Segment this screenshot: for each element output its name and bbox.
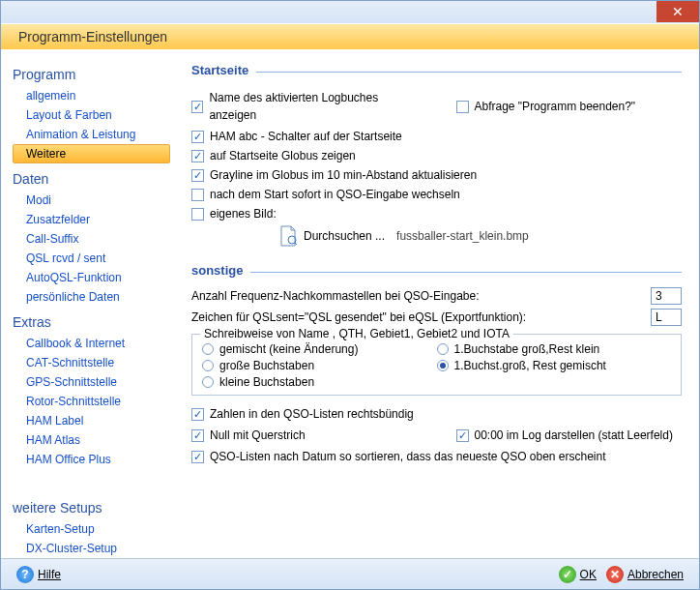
qslsent-char-label: Zeichen für QSLsent="QSL gesendet" bei e… — [191, 310, 651, 324]
radio-grosse-buchstaben-label: große Buchstaben — [219, 359, 314, 372]
section-title-sonstige-label: sonstige — [191, 263, 243, 278]
sidebar-item-rotor-schnittstelle[interactable]: Rotor-Schnittstelle — [13, 392, 170, 411]
close-button[interactable]: ✕ — [656, 1, 699, 22]
checkbox-datum-sort-label: QSO-Listen nach Datum so sortieren, dass… — [210, 448, 606, 465]
sidebar-item-ham-label[interactable]: HAM Label — [13, 411, 170, 430]
sidebar-item-callbook-internet[interactable]: Callbook & Internet — [13, 334, 170, 353]
checkbox-programm-beenden-label: Abfrage "Programm beenden?" — [475, 98, 636, 115]
sidebar-item-weitere[interactable]: Weitere — [13, 144, 170, 163]
sidebar-heading-weitere-setups: weitere Setups — [13, 500, 170, 516]
header-bar: Programm-Einstellungen — [1, 23, 699, 49]
section-title-startseite-label: Startseite — [191, 63, 248, 77]
file-name: fussballer-start_klein.bmp — [396, 229, 529, 243]
close-icon: ✕ — [672, 4, 684, 19]
freq-decimals-label: Anzahl Frequenz-Nachkommastellen bei QSO… — [191, 289, 651, 303]
sidebar-heading-programm: Programm — [13, 67, 170, 82]
browse-button[interactable]: Durchsuchen ... — [304, 229, 385, 243]
sidebar-item-persoenliche-daten[interactable]: persönliche Daten — [13, 287, 170, 307]
checkbox-0000-log[interactable] — [456, 429, 469, 442]
groupbox-schreibweise-title: Schreibweise von Name , QTH, Gebiet1, Ge… — [200, 327, 513, 340]
sidebar-item-call-suffix[interactable]: Call-Suffix — [13, 229, 170, 249]
sidebar-item-autoqsl[interactable]: AutoQSL-Funktion — [13, 268, 170, 287]
titlebar: ✕ — [1, 1, 699, 23]
radio-1buchstabe-rest-klein[interactable]: 1.Buchstabe groß,Rest klein — [437, 342, 672, 356]
sidebar-item-layout-farben[interactable]: Layout & Farben — [13, 105, 170, 125]
help-label: Hilfe — [38, 568, 61, 581]
section-title-startseite: Startseite — [191, 63, 682, 77]
radio-kleine-buchstaben[interactable]: kleine Buchstaben — [202, 375, 437, 389]
checkbox-datum-sort[interactable] — [191, 451, 204, 463]
radio-grosse-buchstaben[interactable]: große Buchstaben — [202, 359, 437, 372]
footer: ? Hilfe ✓ OK ✕ Abbrechen — [1, 558, 699, 589]
file-page-icon — [278, 224, 298, 248]
help-icon: ? — [16, 566, 34, 583]
qslsent-char-input[interactable] — [651, 309, 682, 326]
ok-icon: ✓ — [559, 566, 576, 583]
checkbox-logbuch-name-label: Name des aktivierten Logbuches anzeigen — [209, 89, 417, 124]
checkbox-rechtsbuendig[interactable] — [191, 408, 204, 421]
sidebar-item-karten-setup[interactable]: Karten-Setup — [13, 519, 170, 539]
checkbox-qso-eingabe[interactable] — [191, 189, 204, 201]
sidebar-item-modi[interactable]: Modi — [13, 191, 170, 210]
help-button[interactable]: ? Hilfe — [16, 566, 61, 583]
sidebar-item-cat-schnittstelle[interactable]: CAT-Schnittstelle — [13, 353, 170, 372]
cancel-button[interactable]: ✕ Abbrechen — [606, 566, 684, 583]
body: Programm allgemein Layout & Farben Anima… — [1, 49, 699, 558]
checkbox-globus-label: auf Startseite Globus zeigen — [210, 147, 356, 164]
radio-gemischt-label: gemischt (keine Änderung) — [219, 342, 358, 356]
checkbox-grayline-label: Grayline im Globus im 10 min-Abstand akt… — [210, 166, 477, 184]
rule — [250, 272, 682, 273]
sidebar-item-animation-leistung[interactable]: Animation & Leistung — [13, 125, 170, 144]
ok-button[interactable]: ✓ OK — [559, 566, 597, 583]
radio-1buchst-rest-gemischt-label: 1.Buchst.groß, Rest gemischt — [454, 359, 606, 372]
checkbox-grayline[interactable] — [191, 169, 204, 182]
groupbox-schreibweise: Schreibweise von Name , QTH, Gebiet1, Ge… — [191, 334, 682, 396]
freq-decimals-input[interactable] — [651, 287, 682, 305]
checkbox-ham-abc[interactable] — [191, 131, 204, 143]
checkbox-ham-abc-label: HAM abc - Schalter auf der Startseite — [210, 128, 402, 145]
ok-label: OK — [580, 568, 597, 581]
sidebar-item-ham-atlas[interactable]: HAM Atlas — [13, 430, 170, 450]
page-title: Programm-Einstellungen — [18, 29, 167, 44]
radio-1buchstabe-rest-klein-label: 1.Buchstabe groß,Rest klein — [454, 342, 600, 356]
checkbox-eigenes-bild-label: eigenes Bild: — [210, 205, 277, 222]
radio-1buchst-rest-gemischt[interactable]: 1.Buchst.groß, Rest gemischt — [437, 359, 672, 372]
sidebar-item-qsl-rcvd-sent[interactable]: QSL rcvd / sent — [13, 249, 170, 268]
radio-gemischt[interactable]: gemischt (keine Änderung) — [202, 342, 437, 356]
checkbox-logbuch-name[interactable] — [191, 101, 203, 113]
sidebar-heading-daten: Daten — [13, 171, 170, 187]
sidebar: Programm allgemein Layout & Farben Anima… — [1, 49, 170, 558]
checkbox-qso-eingabe-label: nach dem Start sofort in QSO-Eingabe wec… — [210, 186, 460, 203]
sidebar-item-gps-schnittstelle[interactable]: GPS-Schnittstelle — [13, 372, 170, 392]
checkbox-querstrich-label: Null mit Querstrich — [210, 427, 306, 444]
section-title-sonstige: sonstige — [191, 263, 682, 278]
checkbox-eigenes-bild[interactable] — [191, 208, 204, 221]
sidebar-item-ham-office-plus[interactable]: HAM Office Plus — [13, 450, 170, 469]
checkbox-0000-log-label: 00:00 im Log darstellen (statt Leerfeld) — [475, 427, 673, 444]
settings-window: ✕ Programm-Einstellungen Programm allgem… — [0, 0, 700, 590]
checkbox-programm-beenden[interactable] — [456, 101, 469, 113]
content-pane: Startseite Name des aktivierten Logbuche… — [170, 49, 699, 558]
radio-kleine-buchstaben-label: kleine Buchstaben — [219, 375, 314, 389]
checkbox-globus[interactable] — [191, 150, 204, 162]
cancel-icon: ✕ — [606, 566, 624, 583]
cancel-label: Abbrechen — [627, 568, 684, 581]
checkbox-querstrich[interactable] — [191, 429, 204, 442]
checkbox-rechtsbuendig-label: Zahlen in den QSO-Listen rechtsbündig — [210, 405, 414, 423]
sidebar-heading-extras: Extras — [13, 314, 170, 330]
rule — [256, 72, 682, 73]
sidebar-item-zusatzfelder[interactable]: Zusatzfelder — [13, 210, 170, 229]
sidebar-item-allgemein[interactable]: allgemein — [13, 86, 170, 105]
sidebar-item-dx-cluster-setup[interactable]: DX-Cluster-Setup — [13, 539, 170, 558]
